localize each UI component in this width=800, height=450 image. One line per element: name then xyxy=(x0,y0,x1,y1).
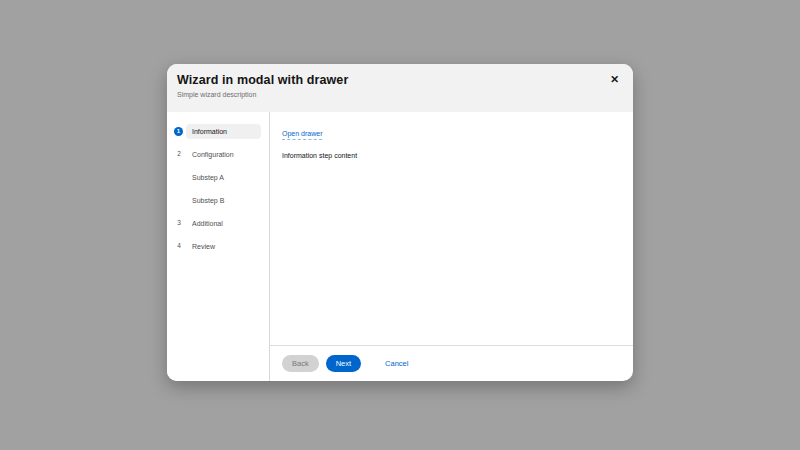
step-number: 2 xyxy=(172,151,186,158)
wizard-modal: Wizard in modal with drawer Simple wizar… xyxy=(167,64,633,381)
wizard-main: Open drawer Information step content Bac… xyxy=(270,112,633,381)
modal-header: Wizard in modal with drawer Simple wizar… xyxy=(167,64,633,112)
close-icon: ✕ xyxy=(610,73,619,85)
wizard-step-review[interactable]: 4 Review xyxy=(167,235,269,258)
wizard-substep-b[interactable]: Substep B xyxy=(167,189,269,212)
step-content-text: Information step content xyxy=(282,152,621,159)
step-label: Configuration xyxy=(186,147,261,162)
wizard-substep-a[interactable]: Substep A xyxy=(167,166,269,189)
step-label: Information xyxy=(186,124,261,139)
step-label: Review xyxy=(186,239,261,254)
back-button[interactable]: Back xyxy=(282,355,319,372)
wizard-step-information[interactable]: 1 Information xyxy=(167,120,269,143)
open-drawer-link[interactable]: Open drawer xyxy=(282,130,322,140)
modal-body: 1 Information 2 Configuration Substep A … xyxy=(167,112,633,381)
wizard-footer: Back Next Cancel xyxy=(270,345,633,381)
wizard-step-additional[interactable]: 3 Additional xyxy=(167,212,269,235)
step-number-badge: 1 xyxy=(174,127,183,136)
cancel-button[interactable]: Cancel xyxy=(385,359,408,368)
modal-title: Wizard in modal with drawer xyxy=(177,73,603,87)
close-button[interactable]: ✕ xyxy=(606,72,623,87)
step-label: Substep A xyxy=(186,170,261,185)
modal-description: Simple wizard description xyxy=(177,91,603,98)
next-button[interactable]: Next xyxy=(326,355,361,372)
wizard-step-content: Open drawer Information step content xyxy=(270,112,633,345)
step-number: 3 xyxy=(172,220,186,227)
step-number: 4 xyxy=(172,243,186,250)
wizard-step-configuration[interactable]: 2 Configuration xyxy=(167,143,269,166)
step-label: Substep B xyxy=(186,193,261,208)
step-label: Additional xyxy=(186,216,261,231)
wizard-step-nav: 1 Information 2 Configuration Substep A … xyxy=(167,112,270,381)
modal-backdrop: Wizard in modal with drawer Simple wizar… xyxy=(0,0,800,450)
